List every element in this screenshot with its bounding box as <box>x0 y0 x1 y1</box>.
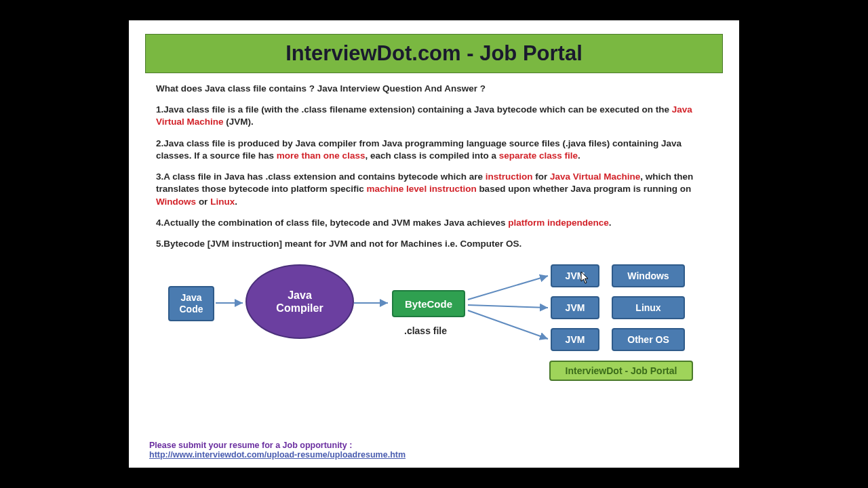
page-title: InterviewDot.com - Job Portal <box>146 41 722 66</box>
p3-hl5: Linux <box>210 197 235 207</box>
point-4: 4.Actually the combination of class file… <box>156 217 712 229</box>
p3-d: based upon whether Java program is runni… <box>477 184 692 194</box>
footer: Please submit your resume for a Job oppo… <box>149 441 406 460</box>
box-jvm-3: JVM <box>551 328 599 351</box>
point-1: 1.Java class file is a file (with the .c… <box>156 104 712 128</box>
box-portal: InterviewDot - Job Portal <box>549 361 693 381</box>
box-jvm-2: JVM <box>551 296 599 319</box>
box-java-code: Java Code <box>168 286 214 321</box>
p4-a: 4.Actually the combination of class file… <box>156 218 508 228</box>
p3-hl4: Windows <box>156 197 196 207</box>
footer-link[interactable]: http://www.interviewdot.com/upload-resum… <box>149 450 406 460</box>
svg-line-4 <box>468 310 548 339</box>
slide: InterviewDot.com - Job Portal What does … <box>129 20 739 468</box>
question-text: What does Java class file contains ? Jav… <box>156 83 712 95</box>
title-bar: InterviewDot.com - Job Portal <box>145 34 723 73</box>
p2-hl1: more than one class <box>277 150 366 161</box>
p2-b: , each class is compiled into a <box>365 150 498 161</box>
box-bytecode: ByteCode <box>392 290 465 317</box>
point-5: 5.Bytecode [JVM instruction] meant for J… <box>156 238 712 250</box>
p3-hl1: instruction <box>486 171 533 182</box>
p3-e: or <box>196 197 210 207</box>
p3-hl2: Java Virtual Machine <box>550 171 640 182</box>
svg-line-3 <box>468 305 548 308</box>
svg-line-2 <box>468 276 548 300</box>
p2-c: . <box>578 150 580 161</box>
content-body: What does Java class file contains ? Jav… <box>156 83 712 250</box>
p1-b: (JVM). <box>224 117 254 127</box>
label-classfile: .class file <box>404 325 447 336</box>
ellipse-java-compiler: Java Compiler <box>245 264 354 339</box>
point-2: 2.Java class file is produced by Java co… <box>156 138 712 162</box>
p3-f: . <box>235 197 237 207</box>
flow-diagram: Java Code Java Compiler ByteCode .class … <box>136 259 732 388</box>
p3-a: 3.A class file in Java has .class extens… <box>156 171 486 182</box>
p4-hl: platform independence <box>508 218 609 228</box>
point-3: 3.A class file in Java has .class extens… <box>156 171 712 208</box>
p2-hl2: separate class file <box>499 150 578 161</box>
p3-hl3: machine level instruction <box>367 184 477 194</box>
box-otheros: Other OS <box>612 328 685 351</box>
box-linux: Linux <box>612 296 685 319</box>
p4-b: . <box>609 218 612 228</box>
box-windows: Windows <box>612 264 685 287</box>
p1-a: 1.Java class file is a file (with the .c… <box>156 104 672 115</box>
p3-b: for <box>532 171 550 182</box>
footer-prompt: Please submit your resume for a Job oppo… <box>149 441 406 450</box>
box-jvm-1: JVM <box>551 264 599 287</box>
